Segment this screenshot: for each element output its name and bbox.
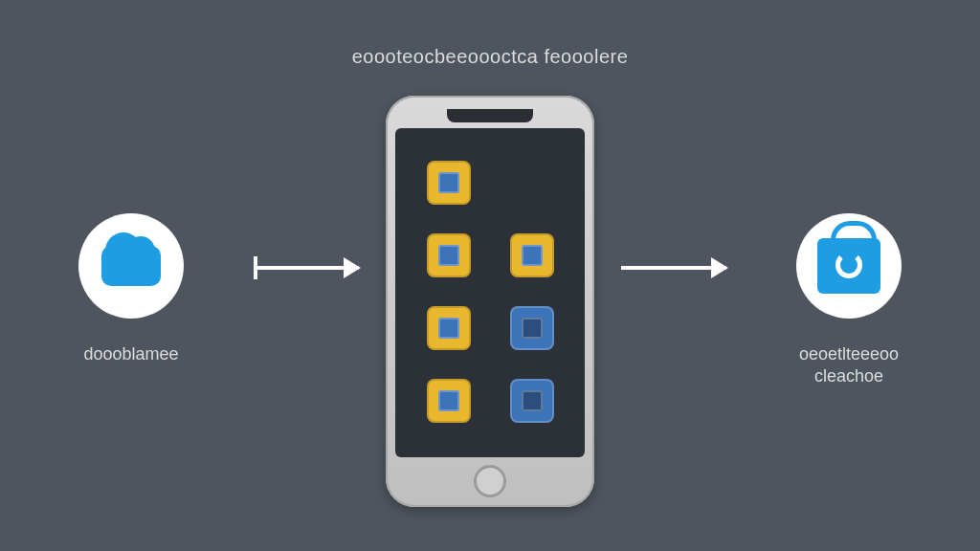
app-1-icon: [427, 161, 471, 205]
target-label: oeoetlteeeoo cleachoe: [799, 343, 899, 389]
bag-mark-icon: [835, 252, 862, 278]
arrow-left-icon: [254, 266, 359, 270]
target-circle: [796, 213, 902, 319]
target-label-line2: cleachoe: [814, 366, 883, 386]
phone-device: [386, 96, 594, 507]
source-node: doooblamee: [35, 213, 227, 389]
app-4-icon: [427, 306, 471, 350]
target-node: oeoetlteeeoo cleachoe: [753, 213, 945, 389]
app-5-icon: [510, 306, 554, 350]
app-7-icon: [510, 379, 554, 423]
cloud-icon: [101, 246, 161, 286]
phone-home-button: [474, 465, 506, 497]
app-6-icon: [427, 379, 471, 423]
diagram-stage: doooblamee oeoetlteeeoo cleachoe: [0, 96, 980, 507]
phone-speaker: [447, 109, 533, 122]
arrow-right-icon: [621, 266, 726, 270]
app-3-icon: [510, 233, 554, 277]
source-circle: [78, 213, 184, 319]
phone-screen: [395, 128, 585, 457]
app-2-icon: [427, 233, 471, 277]
source-label: doooblamee: [83, 343, 178, 389]
target-label-line1: oeoetlteeeoo: [799, 344, 899, 364]
shopping-bag-icon: [817, 238, 880, 294]
diagram-title: eoooteocbeeoooctca feooolere: [0, 46, 980, 68]
